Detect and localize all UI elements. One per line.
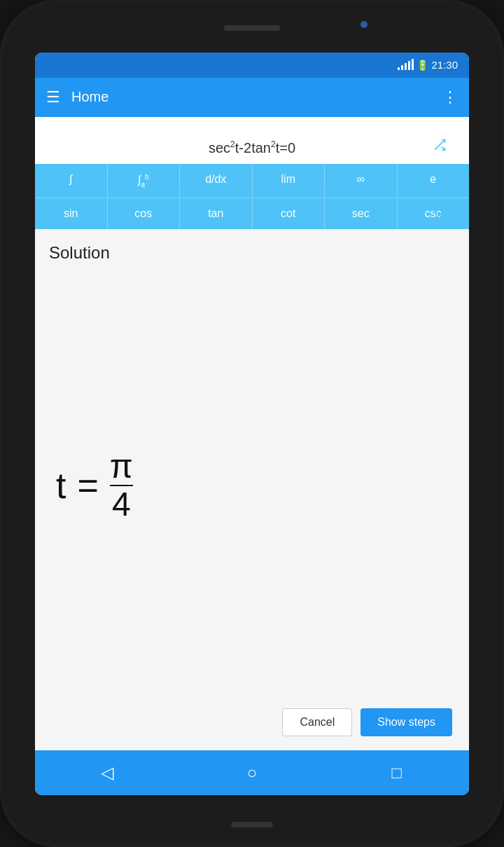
keyboard-area: ∫ ∫ab d/dx lim ∞ e sin cos tan cot sec c… xyxy=(35,164,469,229)
status-icons: 🔋 21:30 xyxy=(398,59,458,71)
app-bar: ☰ Home ⋮ xyxy=(35,78,469,117)
cancel-button[interactable]: Cancel xyxy=(282,708,352,736)
equation-row: sec2t-2tan2t=0 × xyxy=(46,131,458,165)
signal-icon xyxy=(398,60,414,70)
hamburger-menu-icon[interactable]: ☰ xyxy=(46,88,60,106)
app-bar-title: Home xyxy=(71,89,431,105)
solution-fraction: π 4 xyxy=(110,450,133,521)
nav-recents-button[interactable]: □ xyxy=(376,759,418,787)
nav-home-button[interactable]: ○ xyxy=(231,759,273,787)
solution-panel: Solution t = π 4 Cancel Show steps xyxy=(35,229,469,750)
phone-speaker xyxy=(224,25,280,31)
nav-bar: ◁ ○ □ xyxy=(35,750,469,795)
battery-icon: 🔋 xyxy=(416,60,428,71)
key-sec[interactable]: sec xyxy=(325,198,398,229)
key-derivative[interactable]: d/dx xyxy=(180,164,253,198)
phone-screen: 🔋 21:30 ☰ Home ⋮ sec2t-2tan2t=0 xyxy=(35,53,469,795)
phone-home-button xyxy=(231,822,273,827)
key-limit[interactable]: lim xyxy=(253,164,326,198)
key-integral[interactable]: ∫ xyxy=(35,164,108,198)
star-icon[interactable] xyxy=(428,201,451,223)
key-definite-integral[interactable]: ∫ab xyxy=(108,164,181,198)
side-icons: × xyxy=(428,131,451,226)
fraction-denominator: 4 xyxy=(112,486,131,521)
show-steps-button[interactable]: Show steps xyxy=(360,708,452,736)
shuffle-icon[interactable] xyxy=(428,134,451,156)
status-bar: 🔋 21:30 xyxy=(35,53,469,78)
content-area: sec2t-2tan2t=0 × xyxy=(35,117,469,750)
close-icon[interactable]: × xyxy=(428,167,451,190)
key-tan[interactable]: tan xyxy=(180,198,253,229)
solution-formula: t = π 4 xyxy=(49,274,455,697)
equation-display: sec2t-2tan2t=0 xyxy=(209,139,295,156)
action-buttons: Cancel Show steps xyxy=(49,697,455,750)
phone-frame: 🔋 21:30 ☰ Home ⋮ sec2t-2tan2t=0 xyxy=(0,0,504,847)
phone-camera xyxy=(360,21,368,28)
key-infinity[interactable]: ∞ xyxy=(325,164,398,198)
svg-marker-2 xyxy=(434,206,446,217)
keyboard-row-1: ∫ ∫ab d/dx lim ∞ e xyxy=(35,164,469,198)
key-sin[interactable]: sin xyxy=(35,198,108,229)
formula-equals: = xyxy=(77,464,98,507)
key-cot[interactable]: cot xyxy=(253,198,326,229)
keyboard-row-2: sin cos tan cot sec csc xyxy=(35,198,469,229)
solution-title: Solution xyxy=(49,243,455,263)
equation-area: sec2t-2tan2t=0 × xyxy=(35,117,469,165)
more-options-icon[interactable]: ⋮ xyxy=(442,88,458,106)
key-cos[interactable]: cos xyxy=(108,198,181,229)
status-time: 21:30 xyxy=(431,59,458,71)
nav-back-button[interactable]: ◁ xyxy=(86,759,128,787)
fraction-numerator: π xyxy=(110,450,133,485)
formula-variable: t xyxy=(56,464,66,507)
